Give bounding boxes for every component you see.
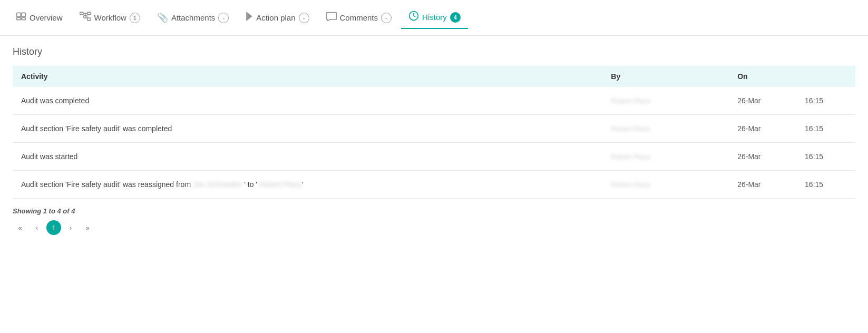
nav-item-comments[interactable]: Comments - [319,7,399,28]
history-icon [408,11,419,24]
svg-rect-0 [17,13,21,16]
page-title: History [13,46,855,57]
first-page-button[interactable]: « [13,220,27,235]
svg-rect-5 [87,12,90,15]
overview-icon [16,12,26,24]
action-plan-icon [246,12,253,24]
on-cell: 26-Mar [729,87,796,115]
activity-cell: Audit section 'Fire safety audit' was re… [13,171,602,199]
nav-item-overview[interactable]: Overview [8,7,70,28]
col-header-by: By [602,66,729,87]
table-row: Audit was completed Robert Place 26-Mar … [13,87,855,115]
on-cell: 26-Mar [729,171,796,199]
workflow-icon [80,12,91,24]
nav-label-comments: Comments [340,13,378,22]
time-cell: 16:15 [796,171,855,199]
nav-label-workflow: Workflow [94,13,126,22]
by-cell: Robert Place [602,87,729,115]
svg-rect-2 [17,18,21,20]
svg-rect-4 [80,12,83,15]
comments-icon [326,12,337,24]
col-header-activity: Activity [13,66,602,87]
nav-item-action-plan[interactable]: Action plan - [238,7,316,28]
time-cell: 16:15 [796,87,855,115]
activity-cell: Audit section 'Fire safety audit' was co… [13,115,602,143]
on-cell: 26-Mar [729,143,796,171]
pagination-info: Showing 1 to 4 of 4 [13,207,855,215]
by-cell: Robert Place [602,143,729,171]
top-navigation: Overview Workflow 1 📎 Attachments - [0,0,868,36]
activity-cell: Audit was completed [13,87,602,115]
nav-label-attachments: Attachments [171,13,215,22]
nav-item-workflow[interactable]: Workflow 1 [72,7,148,28]
nav-item-history[interactable]: History 4 [401,6,468,29]
table-row: Audit was started Robert Place 26-Mar 16… [13,143,855,171]
by-blurred: Robert Place [611,97,650,105]
svg-rect-3 [22,18,26,20]
svg-rect-1 [22,13,26,16]
attachments-icon: 📎 [157,12,168,23]
by-blurred: Robert Place [611,153,650,161]
action-plan-badge: - [299,13,309,23]
pagination-controls: « ‹ 1 › » [13,220,855,235]
by-blurred: Robert Place [611,181,650,189]
col-header-on: On [729,66,796,87]
nav-label-action-plan: Action plan [256,13,295,22]
nav-label-history: History [422,13,447,22]
by-cell: Robert Place [602,115,729,143]
to-user-blurred: Robert Place [259,180,302,189]
prev-page-button[interactable]: ‹ [30,220,44,235]
table-row: Audit section 'Fire safety audit' was co… [13,115,855,143]
history-table: Activity By On Audit was completed Rober… [13,66,855,199]
table-row: Audit section 'Fire safety audit' was re… [13,171,855,199]
comments-badge: - [381,13,392,23]
attachments-badge: - [218,13,229,23]
table-header-row: Activity By On [13,66,855,87]
col-header-time [796,66,855,87]
time-cell: 16:15 [796,115,855,143]
by-cell: Robert Place [602,171,729,199]
page-content: History Activity By On Audit was complet… [0,36,868,246]
time-cell: 16:15 [796,143,855,171]
next-page-button[interactable]: › [63,220,78,235]
on-cell: 26-Mar [729,115,796,143]
history-badge: 4 [450,12,461,23]
workflow-badge: 1 [130,13,140,23]
current-page-button[interactable]: 1 [46,220,61,235]
nav-label-overview: Overview [30,13,63,22]
from-user-blurred: Joe Schmedler [193,180,242,189]
activity-cell: Audit was started [13,143,602,171]
last-page-button[interactable]: » [80,220,95,235]
nav-item-attachments[interactable]: 📎 Attachments - [150,8,236,27]
by-blurred: Robert Place [611,125,650,133]
svg-marker-11 [247,12,252,21]
